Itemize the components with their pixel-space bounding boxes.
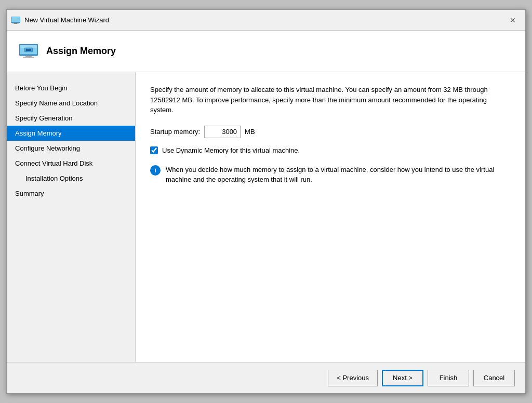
startup-memory-input[interactable] — [204, 126, 241, 138]
sidebar-item-assign-memory[interactable]: Assign Memory — [7, 126, 135, 141]
header-title: Assign Memory — [46, 46, 116, 57]
window-title: New Virtual Machine Wizard — [24, 16, 109, 24]
wizard-footer: < Previous Next > Finish Cancel — [7, 362, 525, 393]
content-description: Specify the amount of memory to allocate… — [150, 85, 503, 115]
next-button[interactable]: Next > — [382, 370, 423, 386]
header-vm-icon — [19, 44, 38, 59]
sidebar-item-configure-networking[interactable]: Configure Networking — [7, 141, 135, 156]
wizard-header: Assign Memory — [7, 31, 525, 72]
sidebar-item-specify-generation[interactable]: Specify Generation — [7, 111, 135, 126]
cancel-button[interactable]: Cancel — [473, 370, 515, 386]
content-area: Specify the amount of memory to allocate… — [136, 72, 525, 362]
sidebar-item-installation-options[interactable]: Installation Options — [7, 171, 135, 186]
title-bar: New Virtual Machine Wizard ✕ — [7, 10, 525, 31]
title-bar-left: New Virtual Machine Wizard — [11, 16, 109, 24]
svg-rect-3 — [12, 23, 19, 24]
info-text: When you decide how much memory to assig… — [166, 165, 503, 185]
memory-unit: MB — [245, 128, 255, 136]
svg-rect-10 — [26, 49, 31, 51]
previous-button[interactable]: < Previous — [328, 370, 378, 386]
sidebar-item-specify-name[interactable]: Specify Name and Location — [7, 96, 135, 111]
sidebar-item-connect-vhd[interactable]: Connect Virtual Hard Disk — [7, 156, 135, 171]
startup-memory-row: Startup memory: MB — [150, 126, 511, 138]
startup-memory-label: Startup memory: — [150, 128, 200, 136]
dynamic-memory-label[interactable]: Use Dynamic Memory for this virtual mach… — [162, 146, 300, 154]
title-vm-icon — [11, 17, 20, 24]
sidebar: Before You Begin Specify Name and Locati… — [7, 72, 136, 362]
info-box: i When you decide how much memory to ass… — [150, 165, 503, 185]
sidebar-item-summary[interactable]: Summary — [7, 186, 135, 201]
svg-rect-1 — [11, 17, 20, 22]
sidebar-item-before-you-begin[interactable]: Before You Begin — [7, 80, 135, 96]
dialog-window: New Virtual Machine Wizard ✕ Assign Memo… — [6, 9, 526, 394]
dynamic-memory-checkbox[interactable] — [150, 146, 158, 154]
info-icon: i — [150, 165, 161, 176]
wizard-body: Before You Begin Specify Name and Locati… — [7, 72, 525, 362]
finish-button[interactable]: Finish — [428, 370, 469, 386]
svg-rect-6 — [20, 45, 37, 48]
dynamic-memory-row: Use Dynamic Memory for this virtual mach… — [150, 146, 511, 154]
svg-rect-8 — [23, 57, 34, 58]
close-button[interactable]: ✕ — [507, 14, 519, 26]
